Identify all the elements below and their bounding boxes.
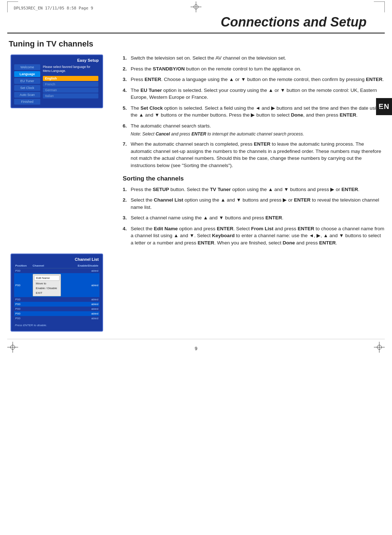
menu-item-eutuner: EU Tuner	[14, 78, 40, 84]
easy-setup-desc: Please select favored language for Menu …	[42, 64, 99, 105]
lang-french: French	[43, 82, 98, 87]
col-channel: Channel	[32, 263, 70, 268]
lang-german: German	[43, 88, 98, 93]
step-num: 1.	[123, 186, 131, 193]
left-column: Tuning in TV channels Easy Setup Welcome…	[9, 37, 118, 332]
step-2: 2. Press the STANDBY/ON button on the re…	[123, 65, 385, 73]
section1-steps: 1. Switch the television set on. Select …	[123, 54, 385, 169]
channel-list-title: Channel List	[14, 257, 99, 262]
crosshair-left	[7, 342, 18, 353]
channel-list-panel: Channel List Position Channel Enable/Dis…	[11, 254, 103, 332]
context-menu-enable-disable: Enable / Disable	[33, 286, 61, 291]
step-5: 5. The Set Clock option is selected. Sel…	[123, 105, 385, 119]
step-text: Press ENTER. Choose a language using the…	[131, 76, 385, 83]
step-4: 4. The EU Tuner option is selected. Sele…	[123, 87, 385, 101]
menu-item-autoscan: Auto Scan	[14, 92, 40, 98]
sort-step-3: 3. Select a channel name using the ▲ and…	[123, 214, 385, 222]
lang-italian: Italian	[43, 93, 98, 98]
sort-step-4: 4. Select the Edit Name option and press…	[123, 225, 385, 247]
col-position: Position	[14, 263, 32, 268]
step-num: 6.	[123, 122, 131, 130]
table-row: P00 abled	[14, 302, 99, 307]
crosshair-right	[374, 342, 385, 353]
step-text: The Set Clock option is selected. Select…	[131, 105, 385, 119]
step-text: Select the Edit Name option and press EN…	[131, 225, 385, 247]
easy-setup-panel: Easy Setup Welcome Language EU Tuner Set…	[11, 54, 103, 108]
step-7: 7. When the automatic channel search is …	[123, 141, 385, 169]
easy-setup-description: Please select favored language for Menu …	[43, 65, 98, 73]
easy-setup-title: Easy Setup	[14, 58, 99, 62]
sort-step-1: 1. Press the SETUP button. Select the TV…	[123, 186, 385, 193]
menu-item-setclock: Set Clock	[14, 85, 40, 91]
table-row: P00 abled	[14, 307, 99, 311]
crosshair-top	[191, 1, 201, 12]
page-title-bar: Connections and Setup	[7, 12, 385, 33]
table-row: P00 abled	[14, 297, 99, 302]
step-text: When the automatic channel search is com…	[131, 141, 385, 169]
step-6-note: Note: Select Cancel and press ENTER to i…	[131, 131, 385, 137]
channel-list-footer: Press ENTER to disable.	[14, 323, 99, 328]
section2-container: Sorting the channels 1. Press the SETUP …	[123, 175, 385, 247]
step-1: 1. Switch the television set on. Select …	[123, 54, 385, 62]
step-num: 3.	[123, 76, 131, 83]
right-column: 1. Switch the television set on. Select …	[118, 37, 385, 332]
table-row: P00 abled	[14, 268, 99, 273]
step-num: 7.	[123, 141, 131, 169]
corner-mark-tl	[7, 1, 18, 12]
step-num: 2.	[123, 65, 131, 73]
table-row: P00 abled	[14, 311, 99, 316]
menu-item-language: Language	[14, 71, 40, 77]
step-text: Select a channel name using the ▲ and ▼ …	[131, 214, 385, 222]
page-number: 9	[195, 346, 197, 351]
step-num: 2.	[123, 196, 131, 211]
step-text: The EU Tuner option is selected. Select …	[131, 87, 385, 101]
corner-mark-tr	[374, 1, 385, 12]
step-3: 3. Press ENTER. Choose a language using …	[123, 76, 385, 83]
step-text: Switch the television set on. Select the…	[131, 54, 385, 62]
step-text: The automatic channel search starts.	[131, 122, 385, 130]
menu-item-finished: Finished	[14, 99, 40, 105]
step-6: 6. The automatic channel search starts.	[123, 122, 385, 130]
col-enable-disable: Enable/Disable	[70, 263, 99, 268]
lang-english: English	[43, 76, 98, 81]
section2-heading: Sorting the channels	[123, 175, 385, 182]
table-row: P00 abled	[14, 316, 99, 321]
context-menu-exit: EXIT	[33, 291, 61, 295]
step-num: 4.	[123, 87, 131, 101]
table-row: P00 Edit Name Move to Enable / Disable E…	[14, 273, 99, 297]
context-menu-move-to: Move to	[33, 281, 61, 286]
step-num: 1.	[123, 54, 131, 62]
section2-steps: 1. Press the SETUP button. Select the TV…	[123, 186, 385, 247]
step-text: Press the SETUP button. Select the TV Tu…	[131, 186, 385, 193]
step-num: 3.	[123, 214, 131, 222]
context-menu-edit-name: Edit Name	[34, 275, 60, 281]
step-text: Press the STANDBY/ON button on the remot…	[131, 65, 385, 73]
easy-setup-menu: Welcome Language EU Tuner Set Clock Auto…	[14, 64, 40, 105]
print-header: DPL953REC_EN 17/11/05 8:58 Page 9	[7, 3, 100, 13]
sort-step-2: 2. Select the Channel List option using …	[123, 196, 385, 211]
step-text: Select the Channel List option using the…	[131, 196, 385, 211]
page-title: Connections and Setup	[15, 15, 367, 30]
menu-item-welcome: Welcome	[14, 64, 40, 70]
section1-heading: Tuning in TV channels	[9, 39, 114, 49]
channel-table: Position Channel Enable/Disable P00 able…	[14, 263, 99, 321]
context-menu: Edit Name Move to Enable / Disable EXIT	[33, 274, 61, 296]
page-footer: 9	[7, 339, 385, 355]
step-num: 4.	[123, 225, 131, 247]
language-options: English French German Italian	[43, 76, 98, 98]
step-num: 5.	[123, 105, 131, 119]
